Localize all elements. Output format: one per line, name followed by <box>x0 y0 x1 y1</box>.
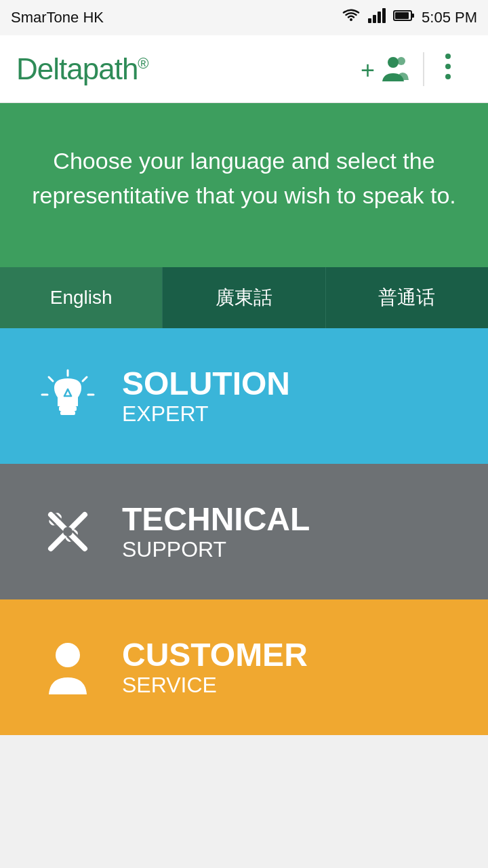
time-label: 5:05 PM <box>422 9 477 26</box>
hero-text: Choose your language and select the repr… <box>27 144 461 213</box>
solution-label-sub: EXPERT <box>122 403 290 425</box>
svg-rect-4 <box>382 8 386 23</box>
language-tabs: English 廣東話 普通话 <box>0 267 488 328</box>
hero-section: Choose your language and select the repr… <box>0 103 488 267</box>
battery-icon <box>393 9 415 26</box>
svg-rect-3 <box>378 12 381 23</box>
signal-icon <box>367 7 386 28</box>
svg-line-16 <box>49 377 53 381</box>
svg-rect-19 <box>59 406 77 411</box>
tab-mandarin[interactable]: 普通话 <box>326 267 488 328</box>
technical-support-button[interactable]: TECHNICAL SUPPORT <box>0 464 488 599</box>
solution-expert-button[interactable]: SOLUTION EXPERT <box>0 328 488 464</box>
customer-service-labels: CUSTOMER SERVICE <box>122 639 308 696</box>
headset-icon <box>41 640 95 694</box>
svg-point-10 <box>397 57 405 65</box>
solution-expert-labels: SOLUTION EXPERT <box>122 368 290 425</box>
svg-point-0 <box>350 18 352 21</box>
wrench-icon <box>41 505 95 559</box>
svg-rect-2 <box>373 15 376 23</box>
svg-line-15 <box>83 377 87 381</box>
app-header: Deltapath® + <box>0 35 488 103</box>
wifi-icon <box>342 7 361 28</box>
svg-rect-20 <box>60 411 75 415</box>
add-contact-button[interactable]: + <box>347 47 423 91</box>
technical-label-sub: SUPPORT <box>122 538 310 560</box>
svg-point-12 <box>445 64 451 69</box>
svg-rect-1 <box>368 18 371 23</box>
lightbulb-icon <box>41 369 95 423</box>
svg-text:+: + <box>361 56 375 84</box>
tab-cantonese[interactable]: 廣東話 <box>163 267 325 328</box>
svg-rect-6 <box>411 14 414 18</box>
status-bar: SmarTone HK <box>0 0 488 35</box>
solution-label-main: SOLUTION <box>122 368 290 400</box>
svg-point-33 <box>63 527 73 536</box>
status-icons: 5:05 PM <box>342 7 477 28</box>
svg-rect-7 <box>395 12 409 19</box>
svg-point-9 <box>388 57 399 68</box>
svg-point-11 <box>445 54 451 59</box>
svg-point-13 <box>445 74 451 79</box>
customer-label-main: CUSTOMER <box>122 639 308 671</box>
technical-support-labels: TECHNICAL SUPPORT <box>122 503 310 560</box>
app-logo: Deltapath® <box>16 52 148 86</box>
svg-point-34 <box>56 643 80 667</box>
header-actions: + <box>347 43 472 96</box>
overflow-menu-button[interactable] <box>424 43 472 96</box>
customer-service-button[interactable]: CUSTOMER SERVICE <box>0 599 488 735</box>
carrier-label: SmarTone HK <box>11 9 104 26</box>
tab-english[interactable]: English <box>0 267 163 328</box>
technical-label-main: TECHNICAL <box>122 503 310 536</box>
customer-label-sub: SERVICE <box>122 674 308 696</box>
